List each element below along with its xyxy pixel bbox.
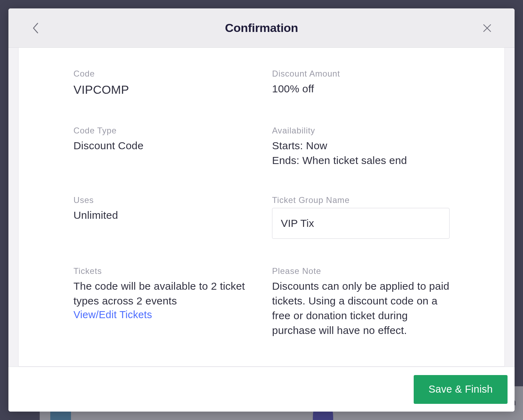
field-ticket-group-name: Ticket Group Name <box>272 195 450 239</box>
field-code: Code VIPCOMP <box>73 69 251 98</box>
confirmation-modal: Confirmation Code VIPCOMP Discount Amoun… <box>8 8 515 412</box>
field-label: Availability <box>272 126 450 136</box>
close-icon <box>482 23 492 33</box>
field-label: Discount Amount <box>272 69 450 79</box>
field-label: Please Note <box>272 266 450 276</box>
field-discount-amount: Discount Amount 100% off <box>272 69 450 98</box>
field-label: Tickets <box>73 266 251 276</box>
modal-header: Confirmation <box>8 8 515 48</box>
field-code-type: Code Type Discount Code <box>73 126 251 168</box>
back-button[interactable] <box>28 20 44 36</box>
close-button[interactable] <box>479 20 495 36</box>
field-value: Unlimited <box>73 208 251 223</box>
modal-title: Confirmation <box>225 21 298 35</box>
field-please-note: Please Note Discounts can only be applie… <box>272 266 450 338</box>
field-value: The code will be available to 2 ticket t… <box>73 279 251 308</box>
field-label: Ticket Group Name <box>272 195 450 205</box>
field-value: Discounts can only be applied to paid ti… <box>272 279 450 338</box>
field-uses: Uses Unlimited <box>73 195 251 239</box>
ticket-group-name-input[interactable] <box>272 208 450 239</box>
save-finish-button[interactable]: Save & Finish <box>414 375 508 404</box>
field-label: Uses <box>73 195 251 205</box>
field-tickets: Tickets The code will be available to 2 … <box>73 266 251 338</box>
chevron-left-icon <box>32 22 40 34</box>
view-edit-tickets-link[interactable]: View/Edit Tickets <box>73 309 152 321</box>
field-value: Discount Code <box>73 138 251 153</box>
modal-body: Code VIPCOMP Discount Amount 100% off Co… <box>8 48 515 367</box>
summary-card: Code VIPCOMP Discount Amount 100% off Co… <box>18 48 505 367</box>
field-availability: Availability Starts: Now Ends: When tick… <box>272 126 450 168</box>
availability-starts: Starts: Now <box>272 138 450 153</box>
field-label: Code Type <box>73 126 251 136</box>
availability-ends: Ends: When ticket sales end <box>272 153 450 168</box>
modal-footer: Save & Finish <box>8 367 515 412</box>
field-value: VIPCOMP <box>73 81 251 98</box>
field-value: 100% off <box>272 81 450 96</box>
field-label: Code <box>73 69 251 79</box>
